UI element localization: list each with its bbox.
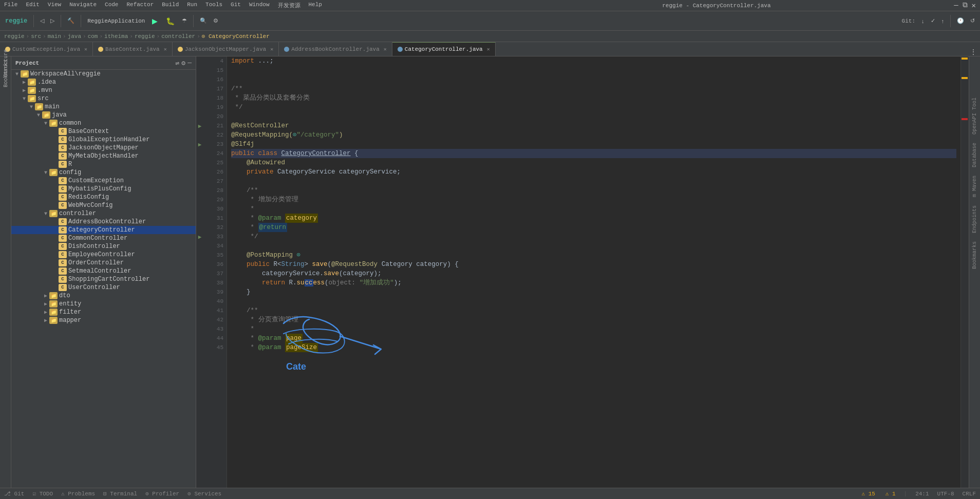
status-git[interactable]: ⎇ Git <box>4 490 24 497</box>
bookmarks-btn[interactable]: Bookmarks <box>1 69 10 78</box>
tree-item-mapper[interactable]: ▶ 📁 mapper <box>11 316 196 324</box>
breadcrumb-com[interactable]: com <box>88 33 98 40</box>
minimize-button[interactable]: — <box>954 1 958 10</box>
menu-tools[interactable]: Tools <box>205 2 222 9</box>
bookmarks-panel-btn[interactable]: Bookmarks <box>972 241 977 269</box>
menu-refactor[interactable]: Refactor <box>126 2 154 9</box>
breadcrumb-controller[interactable]: controller <box>161 33 195 40</box>
recent-files-btn[interactable]: ⋮ <box>967 48 980 56</box>
menu-edit[interactable]: Edit <box>26 2 39 9</box>
breadcrumb-current[interactable]: ⊙ CategoryController <box>202 33 270 40</box>
git-push-btn[interactable]: ↑ <box>939 17 947 25</box>
menu-view[interactable]: View <box>48 2 61 9</box>
tree-item-jackson[interactable]: C JacksonObjectMapper <box>11 144 196 152</box>
tab-close-category-controller[interactable]: ✕ <box>487 46 490 52</box>
tab-base-context[interactable]: BaseContext.java ✕ <box>93 42 173 56</box>
menu-help[interactable]: Help <box>309 2 322 9</box>
status-problems[interactable]: ⚠ Problems <box>61 490 95 497</box>
tree-item-mvn[interactable]: ▶ 📁 .mvn <box>11 86 196 94</box>
menu-git[interactable]: Git <box>231 2 241 9</box>
history-btn[interactable]: 🕐 <box>955 16 966 25</box>
tree-item-idea[interactable]: ▶ 📁 .idea <box>11 78 196 86</box>
sidebar-hide-btn[interactable]: — <box>187 59 192 67</box>
tree-item-employee-ctrl[interactable]: C EmployeeController <box>11 251 196 259</box>
database-btn[interactable]: Database <box>972 143 977 167</box>
tree-item-main[interactable]: ▼ 📁 main <box>11 103 196 111</box>
search-everywhere-btn[interactable]: 🔍 <box>198 16 209 25</box>
tree-item-common-ctrl[interactable]: C CommonController <box>11 234 196 242</box>
tab-close-custom-exception[interactable]: ✕ <box>84 46 87 52</box>
breadcrumb-src[interactable]: src <box>31 33 41 40</box>
endpoints-btn[interactable]: Endpoints <box>972 205 977 233</box>
tab-close-base-context[interactable]: ✕ <box>164 46 167 52</box>
close-button[interactable]: ✕ <box>972 1 976 10</box>
tree-item-src[interactable]: ▼ 📁 src <box>11 94 196 103</box>
maven-btn[interactable]: m Maven <box>972 176 977 197</box>
toolbar-build-btn[interactable]: 🔨 <box>65 16 77 25</box>
tab-close-jackson[interactable]: ✕ <box>270 46 273 52</box>
tree-item-dish-ctrl[interactable]: C DishController <box>11 242 196 251</box>
tree-item-category-ctrl[interactable]: C CategoryController <box>11 226 196 234</box>
tree-item-root[interactable]: ▼ 📁 WorkspaceAll\reggie <box>11 70 196 78</box>
tab-close-address-book[interactable]: ✕ <box>384 46 387 52</box>
tree-item-controller[interactable]: ▼ 📁 controller <box>11 209 196 218</box>
breadcrumb-main[interactable]: main <box>48 33 61 40</box>
run-gutter-mark-1[interactable]: ▶ <box>196 121 203 130</box>
breadcrumb-reggie2[interactable]: reggie <box>135 33 155 40</box>
status-todo[interactable]: ☑ TODO <box>32 490 53 497</box>
git-update-btn[interactable]: ↓ <box>919 17 927 25</box>
sidebar-collapse-btn[interactable]: ⇌ <box>176 59 180 67</box>
tree-item-custom-exception[interactable]: C CustomException <box>11 177 196 185</box>
tree-item-redis[interactable]: C RedisConfig <box>11 193 196 201</box>
run-gutter-mark-3[interactable]: ▶ <box>196 232 203 241</box>
tree-item-dto[interactable]: ▶ 📁 dto <box>11 292 196 300</box>
toolbar-forward-btn[interactable]: ▷ <box>48 16 56 25</box>
menu-bar[interactable]: File Edit View Navigate Code Refactor Bu… <box>4 2 479 9</box>
menu-window[interactable]: Window <box>249 2 270 9</box>
menu-code[interactable]: Code <box>105 2 118 9</box>
menu-navigate[interactable]: Navigate <box>69 2 97 9</box>
coverage-button[interactable]: ☂ <box>180 16 189 25</box>
tree-item-java[interactable]: ▼ 📁 java <box>11 111 196 119</box>
breadcrumb-reggie[interactable]: reggie <box>4 33 25 40</box>
tab-jackson[interactable]: JacksonObjectMapper.java ✕ <box>173 42 279 56</box>
tree-item-global-exception[interactable]: C GlobalExceptionHandler <box>11 136 196 144</box>
menu-run[interactable]: Run <box>187 2 197 9</box>
rollback-btn[interactable]: ↺ <box>968 16 977 25</box>
menu-build[interactable]: Build <box>162 2 179 9</box>
tree-item-my-meta[interactable]: C MyMetaObjectHandler <box>11 152 196 160</box>
tree-item-filter[interactable]: ▶ 📁 filter <box>11 308 196 316</box>
breadcrumb-java[interactable]: java <box>68 33 81 40</box>
tree-item-mybatis[interactable]: C MybatisPlusConfig <box>11 185 196 193</box>
run-button[interactable]: ▶ <box>149 16 161 26</box>
maximize-button[interactable]: ⧉ <box>963 1 968 10</box>
tree-item-order-ctrl[interactable]: C OrderController <box>11 259 196 267</box>
tree-item-user-ctrl[interactable]: C UserController <box>11 283 196 292</box>
window-controls[interactable]: — ⧉ ✕ <box>954 1 976 10</box>
menu-dev[interactable]: 开发资源 <box>278 2 300 9</box>
tree-item-webmvc[interactable]: C WebMvcConfig <box>11 201 196 209</box>
tree-item-entity[interactable]: ▶ 📁 entity <box>11 300 196 308</box>
openapi-tool-btn[interactable]: OpenAPI Tool <box>972 98 977 135</box>
menu-file[interactable]: File <box>4 2 17 9</box>
sidebar-settings-btn[interactable]: ⚙ <box>181 59 185 67</box>
toolbar-back-btn[interactable]: ◁ <box>38 16 46 25</box>
breadcrumb-itheima[interactable]: itheima <box>104 33 128 40</box>
settings-btn[interactable]: ⚙ <box>211 16 220 25</box>
tree-item-address-book-ctrl[interactable]: C AddressBookController <box>11 218 196 226</box>
run-gutter-mark-2[interactable]: ▶ <box>196 140 203 149</box>
status-terminal[interactable]: ⊡ Terminal <box>103 490 137 497</box>
tree-item-r[interactable]: C R <box>11 160 196 168</box>
tree-item-common[interactable]: ▼ 📁 common <box>11 119 196 127</box>
status-profiler[interactable]: ⊙ Profiler <box>145 490 179 497</box>
tab-category-controller[interactable]: CategoryController.java ✕ <box>392 42 496 56</box>
git-commit-btn[interactable]: ✓ <box>929 16 937 25</box>
tab-custom-exception[interactable]: CustomException.java ✕ <box>0 42 93 56</box>
tab-address-book[interactable]: AddressBookController.java ✕ <box>279 42 392 56</box>
tree-item-cart-ctrl[interactable]: C ShoppingCartController <box>11 275 196 283</box>
tree-item-base-context[interactable]: C BaseContext <box>11 127 196 136</box>
tree-item-config[interactable]: ▼ 📁 config <box>11 168 196 177</box>
debug-button[interactable]: 🐛 <box>163 16 178 26</box>
tree-item-setmeal-ctrl[interactable]: C SetmealController <box>11 267 196 275</box>
status-services[interactable]: ⊙ Services <box>187 490 221 497</box>
